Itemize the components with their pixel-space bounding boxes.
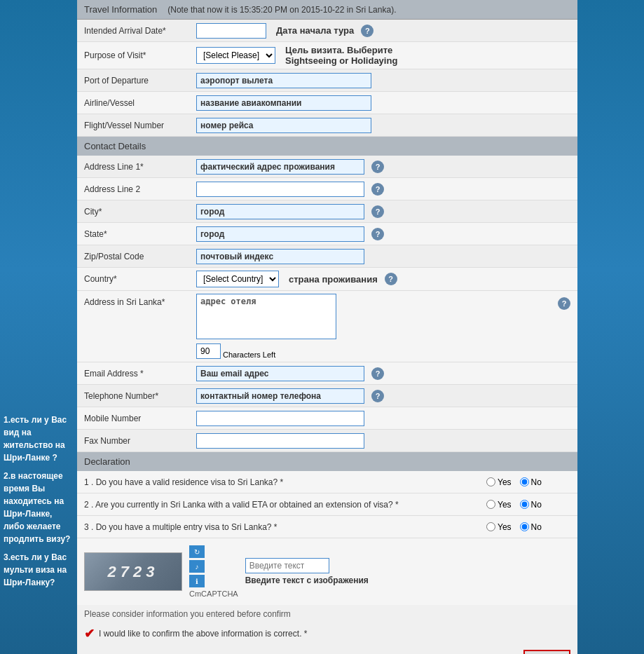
city-input[interactable] <box>196 204 364 219</box>
sri-lanka-label: Address in Sri Lanka* <box>84 294 196 307</box>
confirm-text: I would like to confirm the above inform… <box>99 629 307 639</box>
state-help-icon[interactable]: ? <box>371 228 384 240</box>
confirm-row: ✔ I would like to confirm the above info… <box>77 623 577 644</box>
declaration-q3-row: 3 . Do you have a multiple entry visa to… <box>77 516 577 538</box>
country-label: Country* <box>84 274 196 284</box>
zip-input[interactable] <box>196 249 364 264</box>
checkmark-icon: ✔ <box>84 626 95 641</box>
port-departure-label: Port of Departure <box>84 76 196 86</box>
flight-row: Flight/Vessel Number <box>77 114 577 137</box>
email-input[interactable] <box>196 366 364 381</box>
sidebar-note-1: 1.есть ли у Вас вид на жительство на Шри… <box>4 414 74 464</box>
fax-field <box>196 433 570 449</box>
declaration-q1-row: 1 . Do you have a valid residence visa t… <box>77 471 577 493</box>
captcha-input[interactable] <box>245 558 329 573</box>
declaration-q3-no-radio[interactable] <box>520 522 529 531</box>
please-consider-text: Please consider information you entered … <box>84 609 291 619</box>
address2-row: Address Line 2 ? <box>77 178 577 200</box>
phone-label: Telephone Number* <box>84 391 196 401</box>
arrival-help-icon[interactable]: ? <box>361 25 374 37</box>
declaration-q2-yes-label: Yes <box>486 500 512 510</box>
declaration-q2-text: 2 . Are you currently in Sri Lanka with … <box>84 500 486 510</box>
phone-input[interactable] <box>196 388 364 404</box>
sidebar-notes: 1.есть ли у Вас вид на жительство на Шри… <box>4 414 74 589</box>
address1-row: Address Line 1* ? <box>77 156 577 178</box>
captcha-area: 2723 ↻ ♪ ℹ CmCAPTCHA Введите текст с изо… <box>77 538 577 605</box>
email-row: Email Address * ? <box>77 362 577 385</box>
zip-label: Zip/Postal Code <box>84 252 196 261</box>
declaration-q3-yes-label: Yes <box>486 522 512 532</box>
country-annotation: страна проживания <box>289 274 378 285</box>
captcha-audio-icon: ♪ <box>196 563 199 571</box>
purpose-field: [Select Please] Sightseeing Holidaying Ц… <box>196 45 570 66</box>
country-select[interactable]: [Select Country] <box>196 271 279 287</box>
fax-label: Fax Number <box>84 436 196 446</box>
chars-left-input[interactable] <box>196 343 221 359</box>
airline-input[interactable] <box>196 95 371 111</box>
declaration-q2-no-radio[interactable] <box>520 500 529 509</box>
declaration-q3-no-label: No <box>520 522 542 532</box>
captcha-info-icon: ℹ <box>196 578 198 585</box>
sri-lanka-field: адрес отеля Characters Left <box>196 294 555 359</box>
next-row: Далее нажмите кнопку Next Next <box>77 644 577 654</box>
captcha-refresh-icon: ↻ <box>194 548 200 556</box>
travel-info-header: Travel Information (Note that now it is … <box>77 0 577 20</box>
declaration-title: Declaration <box>84 456 130 467</box>
declaration-q3-text: 3 . Do you have a multiple entry visa to… <box>84 522 486 532</box>
state-field: ? <box>196 226 570 242</box>
sri-lanka-textarea[interactable]: адрес отеля <box>196 294 336 339</box>
mobile-input[interactable] <box>196 411 364 426</box>
address2-help-icon[interactable]: ? <box>371 183 384 196</box>
declaration-q1-yes-label: Yes <box>486 477 512 487</box>
city-label: City* <box>84 207 196 217</box>
mobile-field <box>196 411 570 426</box>
please-consider: Please consider information you entered … <box>77 605 577 623</box>
captcha-info-button[interactable]: ℹ <box>189 575 205 587</box>
declaration-q2-yes-radio[interactable] <box>486 500 495 509</box>
declaration-q2-row: 2 . Are you currently in Sri Lanka with … <box>77 493 577 516</box>
captcha-logo: CmCAPTCHA <box>189 590 238 598</box>
declaration-q3-radios: Yes No <box>486 522 570 532</box>
address1-input[interactable] <box>196 159 364 175</box>
declaration-q2-no-label: No <box>520 500 542 510</box>
sri-lanka-help-icon[interactable]: ? <box>558 297 570 310</box>
captcha-audio-button[interactable]: ♪ <box>189 560 205 573</box>
zip-field <box>196 249 570 264</box>
state-input[interactable] <box>196 226 364 242</box>
travel-info-note: (Note that now it is 15:35:20 PM on 2015… <box>167 5 396 15</box>
zip-row: Zip/Postal Code <box>77 245 577 268</box>
email-help-icon[interactable]: ? <box>371 367 384 380</box>
arrival-date-input[interactable] <box>196 23 266 39</box>
sidebar-note-2: 2.в настоящее время Вы находитесь на Шри… <box>4 470 74 545</box>
purpose-select[interactable]: [Select Please] Sightseeing Holidaying <box>196 47 275 64</box>
airline-label: Airline/Vessel <box>84 98 196 108</box>
city-help-icon[interactable]: ? <box>371 205 384 218</box>
purpose-annotation: Цель визита. Выберите Sightseeing or Hol… <box>285 45 425 66</box>
address1-help-icon[interactable]: ? <box>371 161 384 173</box>
mobile-row: Mobile Number <box>77 407 577 430</box>
fax-input[interactable] <box>196 433 364 449</box>
city-field: ? <box>196 204 570 219</box>
declaration-q1-yes-radio[interactable] <box>486 477 495 486</box>
declaration-q3-yes-radio[interactable] <box>486 522 495 531</box>
sidebar-note-3: 3.есть ли у Вас мульти виза на Шри-Ланку… <box>4 551 74 589</box>
email-label: Email Address * <box>84 369 196 379</box>
declaration-q1-radios: Yes No <box>486 477 570 487</box>
captcha-text: 2723 <box>108 563 159 581</box>
arrival-date-row: Intended Arrival Date* Дата начала тура … <box>77 20 577 42</box>
captcha-annotation: Введите текст с изображения <box>245 575 369 585</box>
address2-input[interactable] <box>196 182 364 197</box>
chars-left-area: Characters Left <box>196 343 275 359</box>
flight-field <box>196 118 570 133</box>
next-button[interactable]: Next <box>523 650 570 654</box>
country-help-icon[interactable]: ? <box>385 273 397 285</box>
form-container: Travel Information (Note that now it is … <box>77 0 577 654</box>
mobile-label: Mobile Number <box>84 414 196 423</box>
phone-help-icon[interactable]: ? <box>371 390 384 402</box>
port-departure-input[interactable] <box>196 73 371 88</box>
declaration-q1-no-radio[interactable] <box>520 477 529 486</box>
purpose-label: Purpose of Visit* <box>84 50 196 60</box>
captcha-refresh-button[interactable]: ↻ <box>189 545 205 558</box>
fax-row: Fax Number <box>77 430 577 452</box>
flight-input[interactable] <box>196 118 371 133</box>
